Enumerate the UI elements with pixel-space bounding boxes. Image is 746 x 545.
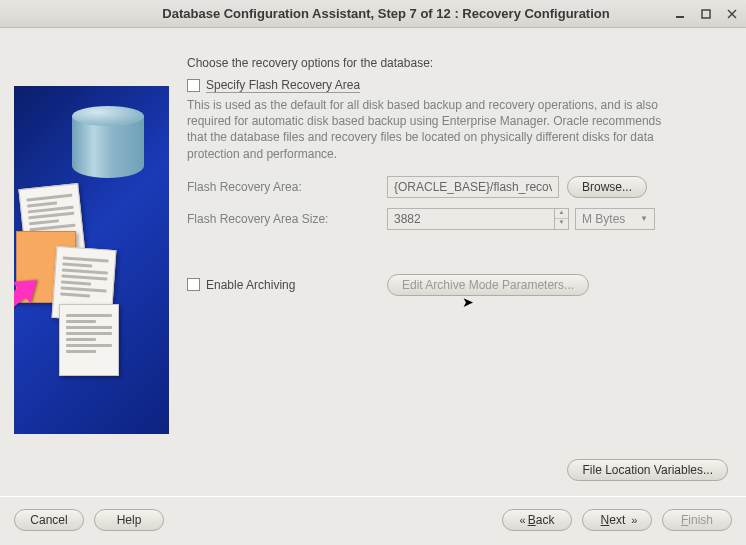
fra-size-label: Flash Recovery Area Size: bbox=[187, 212, 387, 226]
fra-size-input[interactable] bbox=[387, 208, 555, 230]
chevron-left-icon: « bbox=[520, 515, 522, 526]
spinner-up-icon[interactable]: ▲ bbox=[555, 209, 568, 220]
chevron-right-icon: » bbox=[631, 515, 633, 526]
browse-button[interactable]: Browse... bbox=[567, 176, 647, 198]
fra-path-input[interactable] bbox=[387, 176, 559, 198]
specify-fra-label: Specify Flash Recovery Area bbox=[206, 78, 360, 93]
next-button[interactable]: Next » bbox=[582, 509, 652, 531]
finish-button: Finish bbox=[662, 509, 732, 531]
edit-archive-params-button: Edit Archive Mode Parameters... bbox=[387, 274, 589, 296]
spinner-down-icon[interactable]: ▼ bbox=[555, 219, 568, 229]
specify-fra-checkbox[interactable] bbox=[187, 79, 200, 92]
maximize-icon[interactable] bbox=[700, 8, 712, 20]
enable-archiving-checkbox[interactable] bbox=[187, 278, 200, 291]
enable-archiving-label: Enable Archiving bbox=[206, 278, 295, 292]
fra-size-unit-select[interactable]: M Bytes ▼ bbox=[575, 208, 655, 230]
window-title: Database Configuration Assistant, Step 7… bbox=[8, 6, 674, 21]
svg-rect-1 bbox=[702, 10, 710, 18]
next-button-label: Next bbox=[601, 513, 626, 527]
close-icon[interactable] bbox=[726, 8, 738, 20]
divider bbox=[0, 496, 746, 497]
back-button-label: Back bbox=[528, 513, 555, 527]
minimize-icon[interactable] bbox=[674, 8, 686, 20]
fra-size-spinner[interactable]: ▲▼ bbox=[555, 208, 569, 230]
help-button[interactable]: Help bbox=[94, 509, 164, 531]
intro-text: Choose the recovery options for the data… bbox=[187, 56, 732, 70]
chevron-down-icon: ▼ bbox=[640, 214, 648, 223]
fra-size-unit-value: M Bytes bbox=[582, 212, 625, 226]
fra-description: This is used as the default for all disk… bbox=[187, 97, 677, 162]
cancel-button[interactable]: Cancel bbox=[14, 509, 84, 531]
fra-path-label: Flash Recovery Area: bbox=[187, 180, 387, 194]
back-button[interactable]: « Back bbox=[502, 509, 572, 531]
wizard-graphic bbox=[14, 86, 169, 434]
file-location-variables-button[interactable]: File Location Variables... bbox=[567, 459, 728, 481]
titlebar: Database Configuration Assistant, Step 7… bbox=[0, 0, 746, 28]
